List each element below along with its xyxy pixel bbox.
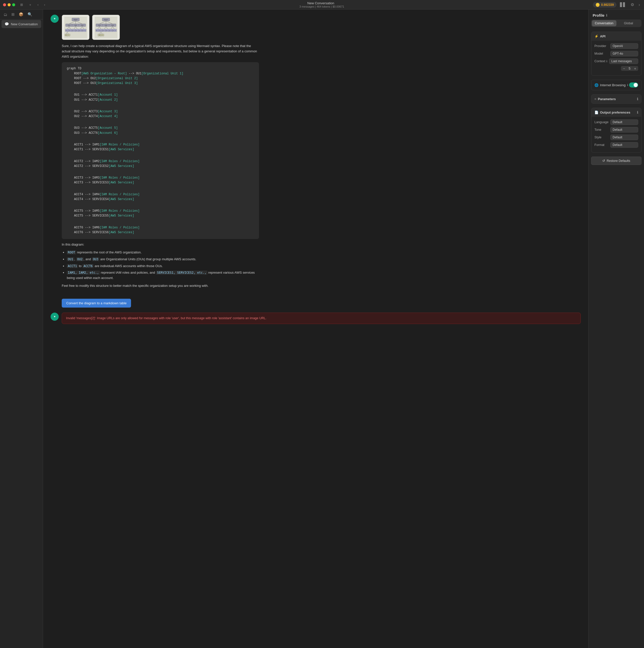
svg-text:ACCT6: ACCT6 <box>113 30 116 31</box>
new-tab-button[interactable]: ＋ <box>26 2 34 8</box>
window-controls <box>3 3 15 6</box>
nav-forward-button[interactable]: › <box>42 2 47 8</box>
api-section-body: Provider OpenAI Model GPT-4o Context ℹ <box>591 41 641 75</box>
internet-browsing-info-icon: ℹ <box>627 84 628 87</box>
thumbnail-2[interactable]: ROOT OU1 OU2 OU3 <box>92 15 120 40</box>
sidebar-toolbar: 🗂 ⊞ 📦 🔍 <box>0 10 43 19</box>
style-row: Style Default <box>594 134 638 140</box>
restore-defaults-button[interactable]: ↺ Restore Defaults <box>591 157 641 165</box>
svg-text:ROOT: ROOT <box>104 19 108 20</box>
svg-text:OU1: OU1 <box>68 25 70 26</box>
search-icon[interactable]: 🔍 <box>26 12 34 17</box>
convert-to-table-button[interactable]: Convert the diagram to a markdown table <box>62 299 131 308</box>
assistant-message-content: ROOT OU1 OU2 <box>62 15 259 291</box>
error-bubble: Invalid 'messages[2]': Image URLs are on… <box>62 313 581 324</box>
parameters-title-group: ≡ Parameters <box>594 97 616 101</box>
info-icon: ℹ <box>606 14 607 17</box>
svg-text:OU3: OU3 <box>111 25 114 26</box>
chat-area: ✦ ROOT <box>43 10 588 648</box>
titlebar-tabs: ⊞ ＋ ‹ › New Conversation 3 messages | 46… <box>18 1 593 8</box>
waveform-button[interactable]: ▋▋ <box>619 1 627 8</box>
conversation-icon: 💬 <box>5 22 9 26</box>
language-row: Language Default <box>594 119 638 125</box>
context-count-value: 5 <box>628 66 632 70</box>
internet-browsing-row: 🌐 Internet Browsing ℹ <box>591 80 641 90</box>
style-label: Style <box>594 136 601 139</box>
intro-text: Sure, I can help create a conceptual dia… <box>62 44 259 59</box>
settings-button[interactable]: ⚙ <box>630 1 635 8</box>
thumbnail-1[interactable]: ROOT OU1 OU2 <box>62 15 90 40</box>
bullet-accts: ACCT1 to ACCT6 are individual AWS accoun… <box>67 264 259 269</box>
assistant-avatar-2: ✦ <box>51 313 59 321</box>
tone-select[interactable]: Default <box>610 127 638 132</box>
svg-text:OU3: OU3 <box>81 25 84 26</box>
api-section-title-group: ⚡ API <box>594 35 605 38</box>
context-count-row: − 5 + <box>594 66 638 71</box>
stepper-increase-button[interactable]: + <box>634 67 637 70</box>
language-select[interactable]: Default <box>610 119 638 125</box>
parameters-section-header[interactable]: ≡ Parameters ℹ <box>591 95 641 103</box>
format-row: Format Default <box>594 142 638 148</box>
suggestion-row: Convert the diagram to a markdown table <box>51 296 581 313</box>
sidebar-item-new-conversation[interactable]: 💬 New Conversation <box>2 20 41 28</box>
svg-text:✦: ✦ <box>53 315 56 318</box>
format-select[interactable]: Default <box>610 142 638 148</box>
token-value: 0.982339 <box>601 3 614 7</box>
svg-text:OU2: OU2 <box>105 25 107 26</box>
api-section: ⚡ API Provider OpenAI Model GPT-4o <box>591 32 641 75</box>
context-info-icon: ℹ <box>606 60 607 63</box>
provider-label: Provider <box>594 44 606 48</box>
context-stepper: − 5 + <box>621 66 638 71</box>
nav-back-button[interactable]: ‹ <box>36 2 41 8</box>
svg-text:OU1: OU1 <box>98 25 101 26</box>
token-badge: 🪙 0.982339 <box>593 2 616 8</box>
maximize-button[interactable] <box>12 3 15 6</box>
model-row: Model GPT-4o <box>594 51 638 56</box>
restore-icon: ↺ <box>602 159 605 163</box>
svg-text:ACCT5: ACCT5 <box>109 30 113 31</box>
window-title: New Conversation <box>307 1 334 5</box>
svg-text:✦: ✦ <box>53 17 56 20</box>
output-icon: 📄 <box>594 111 598 114</box>
context-select[interactable]: Last messages <box>609 58 638 64</box>
sidebar: 🗂 ⊞ 📦 🔍 💬 New Conversation <box>0 10 43 648</box>
svg-text:ACCT3: ACCT3 <box>72 30 75 31</box>
error-text: Invalid 'messages[2]': Image URLs are on… <box>66 316 266 320</box>
tone-row: Tone Default <box>594 127 638 132</box>
more-button[interactable]: › <box>638 2 641 8</box>
api-icon: ⚡ <box>594 35 598 38</box>
model-select[interactable]: GPT-4o <box>610 51 638 56</box>
stepper-decrease-button[interactable]: − <box>623 67 626 70</box>
provider-select[interactable]: OpenAI <box>610 43 638 49</box>
titlebar: ⊞ ＋ ‹ › New Conversation 3 messages | 46… <box>0 0 644 10</box>
panel-title: Profile ℹ <box>593 13 607 17</box>
svg-text:ACCT3: ACCT3 <box>102 30 106 31</box>
assistant-avatar: ✦ <box>51 15 59 23</box>
bullet-root: ROOT represents the root of the AWS orga… <box>67 250 259 255</box>
close-button[interactable] <box>3 3 6 6</box>
format-label: Format <box>594 143 604 147</box>
internet-browsing-section: 🌐 Internet Browsing ℹ <box>591 80 641 90</box>
tab-global[interactable]: Global <box>616 20 641 26</box>
grid-icon[interactable]: ⊞ <box>10 12 16 17</box>
sidebar-toggle-button[interactable]: ⊞ <box>18 2 25 8</box>
internet-browsing-toggle[interactable] <box>629 83 638 88</box>
output-preferences-title-group: 📄 Output preferences <box>594 111 630 114</box>
sidebar-item-label: New Conversation <box>11 22 38 26</box>
svg-text:SVC1: SVC1 <box>67 35 69 36</box>
bullet-ous: OU1, OU2, and OU3 are Organizational Uni… <box>67 257 259 262</box>
folder-icon[interactable]: 🗂 <box>3 12 8 17</box>
api-section-title: API <box>600 35 605 38</box>
style-select[interactable]: Default <box>610 134 638 140</box>
internet-browsing-label: 🌐 Internet Browsing ℹ <box>594 83 628 87</box>
svg-text:ROOT: ROOT <box>74 19 77 20</box>
svg-text:ACCT6: ACCT6 <box>82 30 86 31</box>
language-label: Language <box>594 120 608 124</box>
api-section-header: ⚡ API <box>591 32 641 41</box>
minimize-button[interactable] <box>8 3 11 6</box>
panel-header: Profile ℹ <box>589 10 644 19</box>
svg-text:OU2: OU2 <box>74 25 77 26</box>
box-icon[interactable]: 📦 <box>18 12 24 17</box>
tab-conversation[interactable]: Conversation <box>592 20 616 26</box>
output-preferences-info-icon: ℹ <box>637 111 638 114</box>
